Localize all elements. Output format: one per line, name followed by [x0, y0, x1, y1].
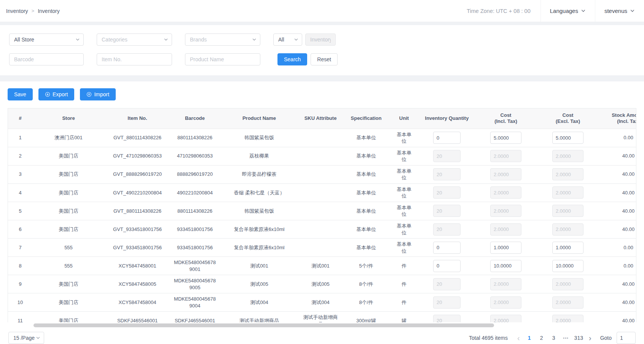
- cell-stock-amount: 0.00: [600, 257, 636, 275]
- cost-incl-tax-input[interactable]: [490, 132, 521, 144]
- inventory-quantity-input[interactable]: [433, 223, 461, 236]
- inventory-quantity-input[interactable]: [433, 168, 461, 180]
- cell-cost-incl-tax: [476, 166, 536, 184]
- product-name-input[interactable]: [185, 53, 260, 65]
- col-product-name: Product Name: [220, 108, 299, 129]
- cost-incl-tax-input[interactable]: [490, 150, 521, 162]
- store-select[interactable]: All Store: [9, 33, 84, 46]
- inventory-quantity-input[interactable]: [433, 260, 461, 272]
- scrollbar-thumb[interactable]: [33, 323, 494, 327]
- export-button[interactable]: Export: [38, 88, 74, 100]
- cell-sku-attribute: [299, 184, 342, 202]
- cell-specification: 基本单位: [342, 147, 390, 166]
- inventory-quantity-input[interactable]: [433, 150, 461, 162]
- cost-incl-tax-input[interactable]: [490, 242, 521, 254]
- languages-menu[interactable]: Languages: [540, 0, 595, 22]
- cell-sku-attribute: [299, 239, 342, 257]
- page-button-3[interactable]: 3: [550, 335, 558, 341]
- save-button[interactable]: Save: [8, 88, 33, 100]
- cell-inventory-quantity: [418, 184, 476, 202]
- cost-excl-tax-input[interactable]: [552, 242, 583, 254]
- cell-stock-amount: 40.00: [600, 184, 636, 202]
- cell-unit: 基本单位: [390, 166, 418, 184]
- brands-select[interactable]: Brands: [185, 33, 260, 46]
- prev-page-button[interactable]: ‹: [516, 334, 521, 342]
- cell-cost-excl-tax: [536, 220, 600, 239]
- table-header-row: # Store Item No. Barcode Product Name SK…: [8, 108, 636, 129]
- item-no-input[interactable]: [97, 53, 172, 65]
- page-ellipsis[interactable]: •••: [562, 336, 570, 340]
- topbar: Inventory > Inventory Time Zone: UTC + 0…: [0, 0, 644, 22]
- goto-page-input[interactable]: [617, 332, 636, 344]
- user-name: stevenus: [604, 8, 627, 14]
- cost-excl-tax-input[interactable]: [552, 223, 583, 236]
- next-page-button[interactable]: ›: [588, 334, 592, 342]
- col-stock-amount: Stock Amount(Incl. Tax): [600, 108, 636, 129]
- table-row: 5 美国门店 GVT_8801114308226 8801114308226 韩…: [8, 202, 636, 220]
- cost-excl-tax-input[interactable]: [552, 132, 583, 144]
- page-size-select[interactable]: 15 /Page: [8, 332, 44, 344]
- type-select[interactable]: All: [273, 33, 302, 46]
- cell-index: 2: [8, 147, 32, 166]
- cost-excl-tax-input[interactable]: [552, 278, 583, 290]
- cell-item-no: XCY5847458004: [105, 293, 170, 312]
- horizontal-scrollbar[interactable]: [8, 323, 636, 327]
- cost-incl-tax-input[interactable]: [490, 278, 521, 290]
- chevron-down-icon: [75, 37, 80, 42]
- chevron-down-icon: [252, 37, 257, 42]
- cell-index: 3: [8, 166, 32, 184]
- cell-cost-excl-tax: [536, 202, 600, 220]
- topbar-right: Time Zone: UTC + 08 : 00 Languages steve…: [467, 0, 644, 22]
- cost-excl-tax-input[interactable]: [552, 296, 583, 309]
- cell-barcode: 8801114308226: [170, 129, 220, 147]
- import-button[interactable]: Import: [80, 88, 116, 100]
- cost-excl-tax-input[interactable]: [552, 260, 583, 272]
- cell-inventory-quantity: [418, 275, 476, 293]
- cell-store: 555: [32, 257, 105, 275]
- inventory-quantity-input[interactable]: [433, 242, 461, 254]
- cell-cost-incl-tax: [476, 184, 536, 202]
- search-button[interactable]: Search: [277, 53, 307, 65]
- barcode-input[interactable]: [9, 53, 84, 65]
- categories-select[interactable]: Categories: [97, 33, 172, 46]
- inventory-quantity-input[interactable]: [433, 315, 461, 322]
- cell-stock-amount: 0.00: [600, 129, 636, 147]
- inventory-quantity-input[interactable]: [433, 296, 461, 309]
- inventory-quantity-input[interactable]: [433, 132, 461, 144]
- cost-excl-tax-input[interactable]: [552, 186, 583, 199]
- cost-incl-tax-input[interactable]: [490, 223, 521, 236]
- inventory-quantity-input[interactable]: [433, 205, 461, 217]
- chevron-down-icon: [581, 8, 586, 13]
- page-button-313[interactable]: 313: [574, 335, 583, 341]
- inventory-quantity-input[interactable]: [433, 186, 461, 199]
- page-button-2[interactable]: 2: [538, 335, 545, 341]
- cell-inventory-quantity: [418, 147, 476, 166]
- inventory-quantity-input[interactable]: [433, 278, 461, 290]
- cell-sku-attribute: 测试005: [299, 275, 342, 293]
- cell-store: 美国门店: [32, 147, 105, 166]
- cost-incl-tax-input[interactable]: [490, 205, 521, 217]
- cost-incl-tax-input[interactable]: [490, 186, 521, 199]
- cost-excl-tax-input[interactable]: [552, 150, 583, 162]
- total-items-label: Total 4695 items: [469, 335, 508, 341]
- breadcrumb-inventory[interactable]: Inventory: [6, 8, 28, 14]
- reset-button[interactable]: Reset: [311, 53, 338, 65]
- cost-excl-tax-input[interactable]: [552, 315, 583, 322]
- user-menu[interactable]: stevenus: [595, 0, 644, 22]
- cost-excl-tax-input[interactable]: [552, 168, 583, 180]
- inventory-quantity-filter-input[interactable]: [305, 33, 336, 46]
- cell-sku-attribute: [299, 129, 342, 147]
- cost-incl-tax-input[interactable]: [490, 168, 521, 180]
- cell-inventory-quantity: [418, 220, 476, 239]
- cost-incl-tax-input[interactable]: [490, 260, 521, 272]
- cell-index: 7: [8, 239, 32, 257]
- cost-incl-tax-input[interactable]: [490, 315, 521, 322]
- cell-item-no: GVT_9334518001756: [105, 220, 170, 239]
- col-sku-attribute: SKU Attribute: [299, 108, 342, 129]
- cell-inventory-quantity: [418, 129, 476, 147]
- col-item-no: Item No.: [105, 108, 170, 129]
- page-button-1[interactable]: 1: [526, 335, 533, 341]
- cost-excl-tax-input[interactable]: [552, 205, 583, 217]
- cost-incl-tax-input[interactable]: [490, 296, 521, 309]
- chevron-down-icon: [36, 336, 40, 340]
